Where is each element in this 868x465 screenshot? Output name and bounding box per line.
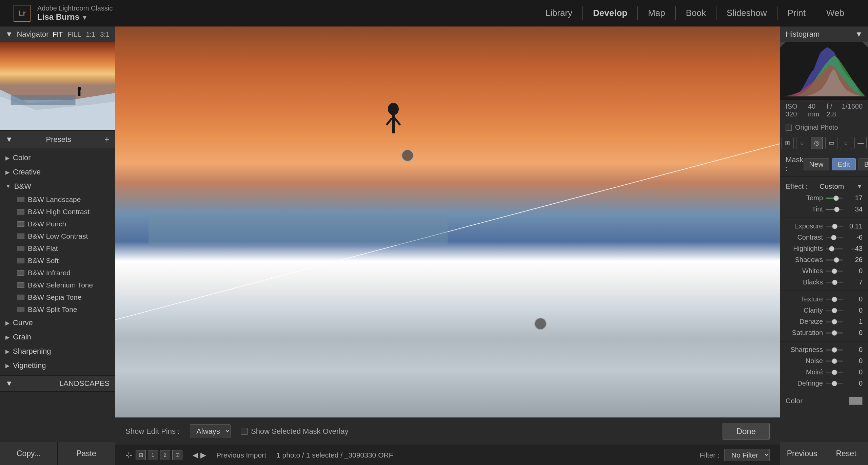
sharpness-label: Sharpness — [786, 346, 823, 354]
exposure-track[interactable] — [826, 226, 843, 227]
shadows-thumb[interactable] — [834, 257, 839, 263]
highlights-track[interactable] — [826, 248, 843, 249]
whites-thumb[interactable] — [832, 268, 837, 274]
nav-slideshow[interactable]: Slideshow — [716, 6, 777, 20]
preset-group-vignetting-header[interactable]: ▶ Vignetting — [0, 358, 115, 373]
saturation-track[interactable] — [826, 332, 843, 334]
preset-group-creative-header[interactable]: ▶ Creative — [0, 165, 115, 179]
preset-bw-low-contrast[interactable]: B&W Low Contrast — [17, 230, 115, 242]
landscapes-header[interactable]: ▼ LANDSCAPES — [0, 376, 115, 391]
dehaze-thumb[interactable] — [832, 319, 837, 324]
grid-view-btn[interactable]: ⊞ — [136, 450, 146, 460]
navigator-header[interactable]: ▼ Navigator FIT FILL 1:1 3:1 — [0, 26, 115, 42]
preset-bw-high-contrast[interactable]: B&W High Contrast — [17, 206, 115, 218]
histogram-header[interactable]: Histogram ▼ — [780, 26, 868, 42]
preset-bw-split[interactable]: B&W Split Tone — [17, 303, 115, 316]
nav-print[interactable]: Print — [777, 6, 816, 20]
preset-bw-selenium[interactable]: B&W Selenium Tone — [17, 279, 115, 291]
moire-thumb[interactable] — [832, 370, 837, 375]
tone-curve-tool[interactable]: — — [854, 137, 867, 149]
crop-tool[interactable]: ⊞ — [782, 137, 794, 149]
preset-group-sharpening-header[interactable]: ▶ Sharpening — [0, 344, 115, 358]
reset-button[interactable]: Reset — [824, 442, 868, 465]
copy-button[interactable]: Copy... — [0, 442, 58, 465]
presets-add-icon[interactable]: + — [104, 134, 110, 145]
blacks-thumb[interactable] — [832, 280, 837, 285]
preset-bw-soft[interactable]: B&W Soft — [17, 255, 115, 267]
whites-track[interactable] — [826, 271, 843, 272]
graduated-filter-tool[interactable]: ▭ — [825, 137, 837, 149]
nav-fit[interactable]: FIT — [53, 31, 63, 38]
photo-container[interactable] — [115, 26, 780, 417]
loupe-view-btn[interactable]: 1 — [148, 450, 158, 460]
mask-overlay-checkbox[interactable] — [241, 428, 248, 435]
noise-track[interactable] — [826, 360, 843, 362]
spot-removal-tool[interactable]: ○ — [796, 137, 808, 149]
color-swatch[interactable] — [849, 397, 863, 405]
filter-select[interactable]: No Filter — [724, 449, 770, 461]
texture-track[interactable] — [826, 299, 843, 300]
preset-bw-flat[interactable]: B&W Flat — [17, 242, 115, 255]
sharpness-track[interactable] — [826, 349, 843, 351]
paste-button[interactable]: Paste — [58, 442, 115, 465]
nav-book[interactable]: Book — [676, 6, 716, 20]
temp-thumb[interactable] — [833, 196, 839, 201]
mask-pin-1[interactable] — [401, 149, 414, 162]
saturation-thumb[interactable] — [832, 330, 837, 336]
next-arrow-btn[interactable]: ▶ — [200, 451, 206, 460]
preset-bw-infrared[interactable]: B&W Infrared — [17, 267, 115, 279]
contrast-track[interactable] — [826, 237, 843, 238]
blacks-track[interactable] — [826, 282, 843, 283]
nav-map[interactable]: Map — [638, 6, 676, 20]
compare-view-btn[interactable]: 2 — [160, 450, 170, 460]
preset-bw-sepia[interactable]: B&W Sepia Tone — [17, 291, 115, 303]
survey-view-btn[interactable]: ⊡ — [172, 450, 182, 460]
effect-value[interactable]: Custom — [820, 182, 853, 190]
nav-1to1[interactable]: 1:1 — [86, 31, 95, 38]
preset-group-bw-header[interactable]: ▼ B&W — [0, 179, 115, 193]
original-photo-checkbox[interactable] — [786, 125, 792, 131]
prev-arrow-btn[interactable]: ◀ — [193, 451, 198, 460]
edit-pins-select[interactable]: Always — [190, 424, 231, 438]
preset-bw-punch[interactable]: B&W Punch — [17, 218, 115, 230]
clarity-thumb[interactable] — [832, 308, 837, 313]
preset-group-grain-header[interactable]: ▶ Grain — [0, 330, 115, 344]
nav-3to1[interactable]: 3:1 — [100, 31, 110, 38]
exposure-thumb[interactable] — [832, 224, 837, 229]
cursor-icon[interactable]: ⊹ — [125, 450, 132, 460]
nav-web[interactable]: Web — [816, 6, 854, 20]
nav-library[interactable]: Library — [535, 6, 583, 20]
preset-group-curve-header[interactable]: ▶ Curve — [0, 316, 115, 330]
previous-button[interactable]: Previous — [780, 442, 824, 465]
noise-thumb[interactable] — [832, 358, 837, 364]
nav-fill[interactable]: FILL — [67, 31, 81, 38]
preset-group-bw: ▼ B&W B&W Landscape B&W High Contrast B&… — [0, 179, 115, 316]
contrast-thumb[interactable] — [831, 235, 836, 240]
preset-group-color-header[interactable]: ▶ Color — [0, 151, 115, 165]
sharpness-thumb[interactable] — [832, 347, 837, 353]
adjustment-brush-tool[interactable]: ○ — [840, 137, 852, 149]
done-button[interactable]: Done — [723, 423, 770, 440]
highlights-thumb[interactable] — [829, 246, 834, 252]
moire-track[interactable] — [826, 372, 843, 373]
presets-header[interactable]: ▼ Presets + — [0, 131, 115, 148]
nav-develop[interactable]: Develop — [583, 6, 638, 20]
creative-label: Creative — [13, 168, 41, 176]
defringe-track[interactable] — [826, 383, 843, 384]
dehaze-track[interactable] — [826, 321, 843, 322]
mask-pin-2[interactable] — [534, 318, 547, 330]
texture-thumb[interactable] — [832, 297, 837, 302]
temp-track[interactable] — [826, 198, 843, 199]
radial-filter-tool[interactable]: ◎ — [811, 137, 823, 149]
clarity-track[interactable] — [826, 310, 843, 311]
effect-chevron[interactable]: ▼ — [856, 183, 863, 190]
preset-bw-landscape[interactable]: B&W Landscape — [17, 193, 115, 206]
edit-mask-btn[interactable]: Edit — [832, 158, 856, 170]
defringe-thumb[interactable] — [832, 381, 837, 386]
shadows-track[interactable] — [826, 259, 843, 261]
new-mask-btn[interactable]: New — [804, 158, 829, 170]
brush-mask-btn[interactable]: Brush — [859, 158, 868, 170]
sharpness-value: 0 — [846, 346, 863, 354]
tint-thumb[interactable] — [834, 207, 840, 212]
tint-track[interactable] — [826, 209, 843, 210]
